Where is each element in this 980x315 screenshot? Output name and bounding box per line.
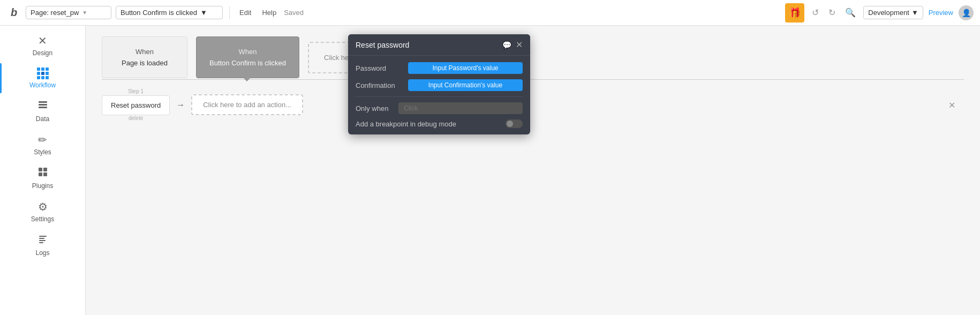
styles-icon: ✏: [38, 133, 47, 146]
event-selector-label: Button Confirm is clicked: [120, 9, 197, 17]
event-selector-chevron: ▼: [200, 9, 207, 17]
sidebar-item-plugins[interactable]: Plugins: [0, 162, 85, 194]
workflow-icon: [37, 68, 49, 79]
confirmation-label: Confirmation: [356, 81, 404, 89]
only-when-row: Only when: [356, 102, 523, 114]
svg-rect-2: [39, 107, 47, 108]
close-workflow-button[interactable]: ✕: [948, 100, 955, 110]
logo: b: [6, 5, 21, 20]
env-label: Development: [868, 9, 909, 17]
only-when-input[interactable]: [398, 102, 523, 114]
redo-icon: ↻: [828, 8, 835, 17]
sidebar-item-styles[interactable]: ✏ Styles: [0, 129, 85, 160]
breakpoint-toggle[interactable]: [506, 119, 523, 128]
workflow-canvas: When Page is loaded When Button Confirm …: [86, 26, 980, 140]
design-icon: ✕: [38, 34, 47, 47]
sidebar-item-label-settings: Settings: [31, 215, 54, 223]
gift-icon: 🎁: [789, 7, 801, 19]
step-1-card: Step 1 Reset password delete: [102, 88, 170, 121]
popup-header: Reset password 💬 ✕: [348, 34, 530, 56]
popup-body: Password Input Password's value Confirma…: [348, 56, 530, 134]
sidebar-item-label-logs: Logs: [35, 249, 49, 257]
logs-icon: [37, 234, 48, 247]
trigger-page-loaded[interactable]: When Page is loaded: [102, 36, 187, 78]
breakpoint-row: Add a breakpoint in debug mode: [356, 119, 523, 128]
edit-link[interactable]: Edit: [236, 6, 254, 19]
sidebar-item-design[interactable]: ✕ Design: [0, 30, 85, 61]
svg-rect-5: [39, 172, 42, 176]
redo-button[interactable]: ↻: [826, 5, 838, 20]
password-label: Password: [356, 64, 404, 72]
main-layout: ✕ Design Workflow: [0, 26, 980, 315]
divider-1: [229, 6, 230, 19]
trigger-label-2: Button Confirm is clicked: [209, 59, 286, 67]
breakpoint-label: Add a breakpoint in debug mode: [356, 120, 456, 128]
trigger-button-confirm[interactable]: When Button Confirm is clicked: [196, 36, 299, 78]
step-1-delete[interactable]: delete: [129, 115, 143, 121]
reset-password-popup: Reset password 💬 ✕ Password Input Passwo…: [348, 34, 530, 134]
avatar-icon: 👤: [962, 9, 971, 17]
popup-comment-button[interactable]: 💬: [502, 41, 511, 49]
trigger-row: When Page is loaded When Button Confirm …: [102, 36, 964, 78]
top-bar-right: 🎁 ↺ ↻ 🔍 Development ▼ Preview 👤: [785, 3, 974, 22]
svg-rect-10: [39, 242, 43, 243]
help-link[interactable]: Help: [259, 6, 280, 19]
trigger-label-1: Page is loaded: [115, 59, 174, 67]
svg-rect-4: [43, 168, 47, 171]
popup-title: Reset password: [356, 41, 409, 49]
sidebar-item-workflow[interactable]: Workflow: [0, 63, 85, 93]
undo-icon: ↺: [812, 8, 819, 17]
sidebar-item-label-data: Data: [36, 115, 49, 123]
search-button[interactable]: 🔍: [843, 5, 858, 20]
add-action-label: Click here to add an action...: [203, 101, 291, 109]
popup-field-password: Password Input Password's value: [356, 62, 523, 74]
sidebar-item-label-plugins: Plugins: [32, 182, 53, 190]
sidebar-item-label-design: Design: [33, 49, 52, 57]
svg-rect-6: [43, 172, 47, 176]
svg-rect-0: [39, 101, 47, 103]
sidebar-item-label-workflow: Workflow: [29, 81, 56, 89]
add-action-card[interactable]: Click here to add an action...: [191, 94, 303, 115]
popup-divider: [356, 96, 523, 97]
trigger-when-1: When: [115, 48, 174, 56]
env-selector[interactable]: Development ▼: [863, 6, 923, 19]
step-arrow: →: [176, 100, 185, 110]
popup-header-actions: 💬 ✕: [502, 40, 523, 50]
comment-icon: 💬: [502, 41, 511, 49]
sidebar: ✕ Design Workflow: [0, 26, 86, 315]
close-icon: ✕: [516, 40, 523, 49]
svg-rect-1: [39, 104, 47, 106]
avatar-button[interactable]: 👤: [959, 5, 974, 20]
plugins-icon: [37, 167, 48, 180]
svg-rect-8: [39, 238, 44, 239]
step-1-label: Step 1: [128, 88, 144, 94]
svg-rect-9: [39, 240, 46, 241]
undo-button[interactable]: ↺: [810, 5, 821, 20]
preview-button[interactable]: Preview: [929, 9, 953, 17]
sidebar-item-logs[interactable]: Logs: [0, 229, 85, 261]
action-row: Step 1 Reset password delete → Click her…: [102, 80, 964, 130]
svg-rect-3: [39, 168, 42, 171]
content-area: When Page is loaded When Button Confirm …: [86, 26, 980, 315]
page-selector-chevron: ▼: [82, 10, 87, 16]
env-chevron: ▼: [911, 9, 918, 17]
svg-rect-7: [39, 236, 47, 237]
sidebar-item-data[interactable]: Data: [0, 95, 85, 127]
page-selector-label: Page: reset_pw: [31, 9, 79, 17]
settings-icon: ⚙: [38, 200, 48, 213]
step-1-name: Reset password: [111, 101, 161, 109]
page-selector[interactable]: Page: reset_pw ▼: [26, 6, 111, 19]
trigger-arrow: [242, 76, 252, 81]
popup-close-button[interactable]: ✕: [516, 40, 523, 50]
saved-status: Saved: [284, 9, 304, 17]
data-icon: [37, 100, 48, 113]
password-value[interactable]: Input Password's value: [408, 62, 523, 74]
top-bar: b Page: reset_pw ▼ Button Confirm is cli…: [0, 0, 980, 26]
gift-button[interactable]: 🎁: [785, 3, 804, 22]
sidebar-item-label-styles: Styles: [34, 148, 51, 156]
step-1-box[interactable]: Reset password: [102, 95, 170, 115]
sidebar-item-settings[interactable]: ⚙ Settings: [0, 196, 85, 227]
event-selector[interactable]: Button Confirm is clicked ▼: [116, 6, 223, 19]
only-when-label: Only when: [356, 104, 394, 112]
trigger-when-2: When: [209, 48, 286, 56]
